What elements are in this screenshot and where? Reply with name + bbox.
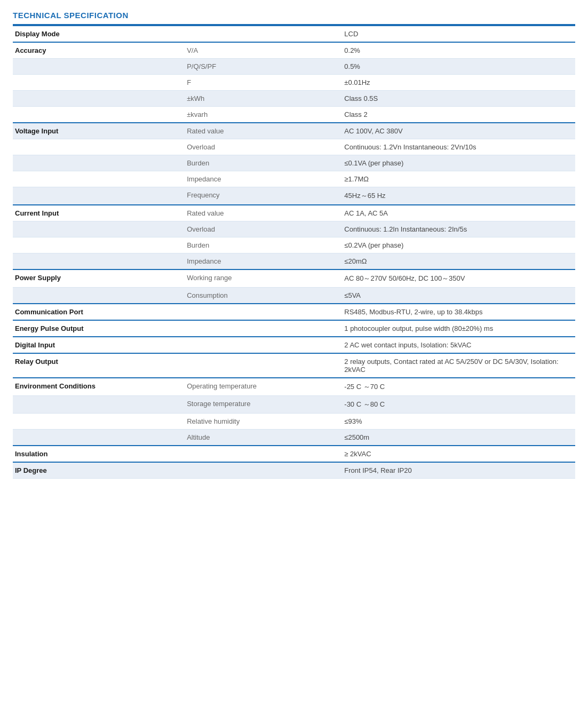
- section-row: Energy Pulse Output 1 photocoupler outpu…: [13, 320, 575, 337]
- value-cell: LCD: [339, 26, 575, 42]
- sub-row: Overload Continuous: 1.2Vn Instantaneous…: [13, 139, 575, 155]
- label-cell: [13, 155, 181, 171]
- label-cell: [13, 253, 181, 270]
- label-cell: [13, 171, 181, 187]
- sub-cell: Impedance: [181, 171, 339, 187]
- section-row: Accuracy V/A 0.2%: [13, 42, 575, 59]
- value-cell: Front IP54, Rear IP20: [339, 462, 575, 479]
- label-cell: [13, 396, 181, 414]
- value-cell: Continuous: 1.2In Instantaneous: 2In/5s: [339, 221, 575, 237]
- section-row: Environment Conditions Operating tempera…: [13, 378, 575, 396]
- label-cell: [13, 430, 181, 446]
- value-cell: 2 AC wet contact inputs, Isolation: 5kVA…: [339, 337, 575, 353]
- label-cell: Communication Port: [13, 304, 181, 320]
- value-cell: 45Hz～65 Hz: [339, 187, 575, 205]
- value-cell: ≤0.1VA (per phase): [339, 155, 575, 171]
- sub-row: Consumption ≤5VA: [13, 288, 575, 304]
- sub-cell: Relative humidity: [181, 414, 339, 430]
- value-cell: -30 C ～80 C: [339, 396, 575, 414]
- sub-cell: Operating temperature: [181, 378, 339, 396]
- sub-row: Burden ≤0.2VA (per phase): [13, 237, 575, 253]
- value-cell: AC 1A, AC 5A: [339, 205, 575, 221]
- sub-cell: Frequency: [181, 187, 339, 205]
- value-cell: Class 2: [339, 107, 575, 123]
- sub-cell: [181, 26, 339, 42]
- sub-row: Impedance ≤20mΩ: [13, 253, 575, 270]
- sub-row: Frequency 45Hz～65 Hz: [13, 187, 575, 205]
- section-row: Communication Port RS485, Modbus-RTU, 2-…: [13, 304, 575, 320]
- sub-cell: Storage temperature: [181, 396, 339, 414]
- label-cell: Voltage Input: [13, 123, 181, 139]
- sub-cell: Consumption: [181, 288, 339, 304]
- sub-row: Storage temperature -30 C ～80 C: [13, 396, 575, 414]
- label-cell: [13, 75, 181, 91]
- page-title: TECHNICAL SPECIFICATION: [13, 11, 575, 20]
- section-row: Voltage Input Rated value AC 100V, AC 38…: [13, 123, 575, 139]
- section-row: Relay Output 2 relay outputs, Contact ra…: [13, 353, 575, 378]
- section-row: Current Input Rated value AC 1A, AC 5A: [13, 205, 575, 221]
- spec-table: Display Mode LCD Accuracy V/A 0.2% P/Q/S…: [13, 25, 575, 479]
- label-cell: Energy Pulse Output: [13, 320, 181, 337]
- label-cell: Display Mode: [13, 26, 181, 42]
- label-cell: Power Supply: [13, 269, 181, 288]
- sub-cell: F: [181, 75, 339, 91]
- value-cell: ≤5VA: [339, 288, 575, 304]
- sub-cell: Overload: [181, 221, 339, 237]
- sub-row: ±kWh Class 0.5S: [13, 91, 575, 107]
- label-cell: Current Input: [13, 205, 181, 221]
- label-cell: [13, 237, 181, 253]
- section-row: IP Degree Front IP54, Rear IP20: [13, 462, 575, 479]
- label-cell: Insulation: [13, 446, 181, 462]
- sub-cell: Burden: [181, 155, 339, 171]
- label-cell: [13, 91, 181, 107]
- sub-cell: Burden: [181, 237, 339, 253]
- label-cell: [13, 139, 181, 155]
- value-cell: AC 100V, AC 380V: [339, 123, 575, 139]
- value-cell: -25 C ～70 C: [339, 378, 575, 396]
- value-cell: RS485, Modbus-RTU, 2-wire, up to 38.4kbp…: [339, 304, 575, 320]
- value-cell: ≥1.7MΩ: [339, 171, 575, 187]
- value-cell: ≤0.2VA (per phase): [339, 237, 575, 253]
- sub-cell: Working range: [181, 269, 339, 288]
- value-cell: 0.5%: [339, 59, 575, 75]
- section-row: Display Mode LCD: [13, 26, 575, 42]
- section-row: Digital Input 2 AC wet contact inputs, I…: [13, 337, 575, 353]
- value-cell: Class 0.5S: [339, 91, 575, 107]
- sub-cell: V/A: [181, 42, 339, 59]
- sub-row: Overload Continuous: 1.2In Instantaneous…: [13, 221, 575, 237]
- value-cell: Continuous: 1.2Vn Instantaneous: 2Vn/10s: [339, 139, 575, 155]
- label-cell: Environment Conditions: [13, 378, 181, 396]
- value-cell: ±0.01Hz: [339, 75, 575, 91]
- sub-cell: [181, 337, 339, 353]
- sub-row: Relative humidity ≤93%: [13, 414, 575, 430]
- sub-cell: [181, 446, 339, 462]
- sub-cell: [181, 320, 339, 337]
- sub-row: ±kvarh Class 2: [13, 107, 575, 123]
- value-cell: AC 80～270V 50/60Hz, DC 100～350V: [339, 269, 575, 288]
- sub-row: Altitude ≤2500m: [13, 430, 575, 446]
- sub-cell: Overload: [181, 139, 339, 155]
- sub-cell: Impedance: [181, 253, 339, 270]
- label-cell: Digital Input: [13, 337, 181, 353]
- label-cell: Relay Output: [13, 353, 181, 378]
- label-cell: [13, 187, 181, 205]
- section-row: Insulation ≥ 2kVAC: [13, 446, 575, 462]
- sub-cell: Rated value: [181, 205, 339, 221]
- value-cell: 2 relay outputs, Contact rated at AC 5A/…: [339, 353, 575, 378]
- label-cell: Accuracy: [13, 42, 181, 59]
- value-cell: ≤2500m: [339, 430, 575, 446]
- sub-row: Burden ≤0.1VA (per phase): [13, 155, 575, 171]
- value-cell: ≤93%: [339, 414, 575, 430]
- value-cell: ≥ 2kVAC: [339, 446, 575, 462]
- sub-cell: [181, 304, 339, 320]
- sub-row: P/Q/S/PF 0.5%: [13, 59, 575, 75]
- label-cell: [13, 288, 181, 304]
- sub-row: Impedance ≥1.7MΩ: [13, 171, 575, 187]
- sub-cell: Rated value: [181, 123, 339, 139]
- sub-cell: [181, 353, 339, 378]
- label-cell: IP Degree: [13, 462, 181, 479]
- sub-row: F ±0.01Hz: [13, 75, 575, 91]
- sub-cell: [181, 462, 339, 479]
- sub-cell: P/Q/S/PF: [181, 59, 339, 75]
- label-cell: [13, 414, 181, 430]
